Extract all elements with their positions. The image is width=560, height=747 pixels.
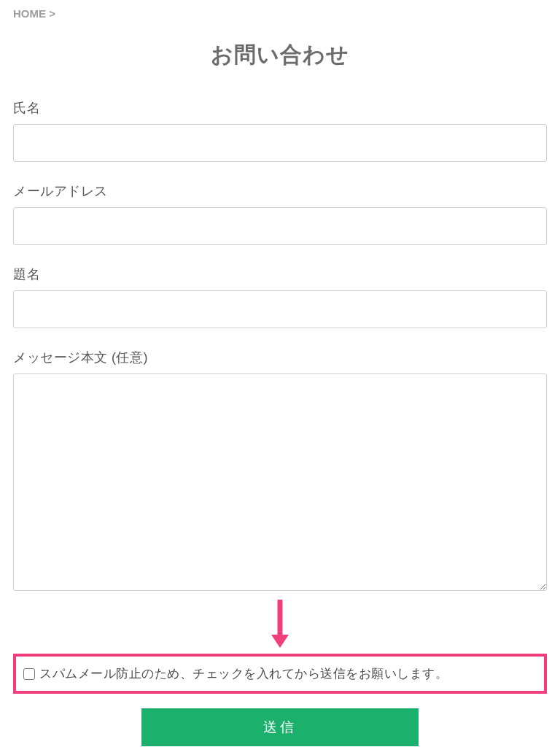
name-input[interactable] [13, 124, 547, 162]
svg-marker-1 [271, 635, 289, 648]
breadcrumb: HOME > [13, 7, 547, 20]
email-label: メールアドレス [13, 182, 547, 200]
name-label: 氏名 [13, 99, 547, 117]
submit-row: 送信 [13, 708, 547, 746]
breadcrumb-home-link[interactable]: HOME [13, 7, 46, 20]
message-textarea[interactable] [13, 374, 547, 591]
subject-input[interactable] [13, 290, 547, 328]
page-title: お問い合わせ [13, 40, 547, 70]
field-group-email: メールアドレス [13, 182, 547, 245]
annotation-arrow [13, 600, 547, 649]
spam-checkbox-label: スパムメール防止のため、チェックを入れてから送信をお願いします。 [39, 665, 448, 682]
field-group-message: メッセージ本文 (任意) [13, 349, 547, 594]
subject-label: 題名 [13, 266, 547, 283]
submit-button[interactable]: 送信 [141, 708, 419, 746]
spam-checkbox-highlight: スパムメール防止のため、チェックを入れてから送信をお願いします。 [13, 654, 547, 694]
email-input[interactable] [13, 207, 547, 245]
message-label: メッセージ本文 (任意) [13, 349, 547, 366]
field-group-subject: 題名 [13, 266, 547, 328]
field-group-name: 氏名 [13, 99, 547, 162]
spam-checkbox[interactable] [23, 668, 35, 680]
arrow-down-icon [265, 600, 295, 649]
breadcrumb-separator: > [49, 7, 55, 20]
